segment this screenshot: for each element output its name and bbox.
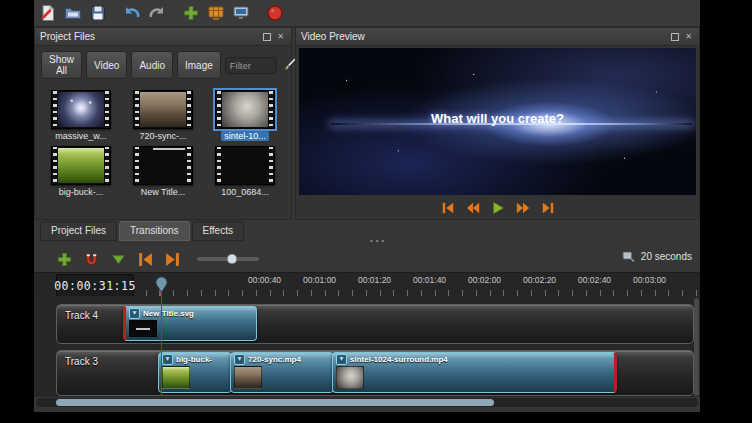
project-file-big-buck[interactable]: big-buck-... bbox=[43, 146, 119, 197]
save-project-button[interactable] bbox=[89, 4, 107, 22]
file-label: massive_w... bbox=[52, 131, 110, 141]
project-file-720-sync[interactable]: 720-sync-... bbox=[125, 90, 201, 141]
files-grid: massive_w...720-sync-...sintel-10...big-… bbox=[35, 84, 291, 219]
timeline-vertical-scrollbar[interactable] bbox=[694, 298, 699, 396]
open-project-button[interactable] bbox=[64, 4, 82, 22]
screen: Project Files ✕ Show AllVideoAudioImage … bbox=[0, 0, 752, 423]
file-thumbnail bbox=[133, 146, 193, 185]
jump-end-button[interactable] bbox=[540, 201, 556, 215]
clip-name-text: big-buck- bbox=[176, 355, 212, 364]
project-file-massive-w[interactable]: massive_w... bbox=[43, 90, 119, 141]
rewind-button[interactable] bbox=[465, 201, 481, 215]
timeline-horizontal-scrollbar[interactable] bbox=[36, 398, 698, 407]
splitter-handle[interactable]: ••• bbox=[370, 236, 387, 245]
clip-title: ▾720-sync.mp4 bbox=[231, 353, 333, 366]
dock-tabs: Project FilesTransitionsEffects bbox=[36, 220, 244, 241]
zoom-slider[interactable] bbox=[197, 257, 259, 261]
thumbnail-image bbox=[140, 92, 186, 127]
tab-project-files[interactable]: Project Files bbox=[40, 221, 117, 241]
clip-thumbnail bbox=[129, 320, 157, 337]
ruler-label: 00:02:20 bbox=[523, 275, 556, 285]
project-file-100-0684[interactable]: 100_0684... bbox=[207, 146, 283, 197]
close-preview-icon[interactable]: ✕ bbox=[683, 31, 694, 42]
filter-input[interactable] bbox=[225, 57, 277, 74]
filter-video-button[interactable]: Video bbox=[86, 51, 127, 79]
clip-thumbnail bbox=[234, 366, 262, 389]
track-row-track-3[interactable]: Track 3▾big-buck-▾720-sync.mp4▾sintel-10… bbox=[56, 350, 694, 396]
filter-image-button[interactable]: Image bbox=[177, 51, 221, 79]
timeline-toolbar bbox=[34, 246, 700, 272]
ruler-label: 00:01:00 bbox=[303, 275, 336, 285]
add-marker-button[interactable] bbox=[110, 251, 127, 268]
filter-show-all-button[interactable]: Show All bbox=[41, 51, 82, 79]
track-row-track-4[interactable]: Track 4▾New Title.svg bbox=[56, 304, 694, 344]
project-files-title: Project Files bbox=[40, 31, 258, 42]
thumbnail-image bbox=[58, 92, 104, 127]
clip-big-buck[interactable]: ▾big-buck- bbox=[158, 352, 232, 393]
undock-panel-icon[interactable] bbox=[261, 31, 272, 42]
file-label: 720-sync-... bbox=[136, 131, 189, 141]
clip-title: ▾sintel-1024-surround.mp4 bbox=[333, 353, 614, 366]
previous-marker-button[interactable] bbox=[137, 251, 154, 268]
clip-name-text: 720-sync.mp4 bbox=[248, 355, 301, 364]
close-panel-icon[interactable]: ✕ bbox=[275, 31, 286, 42]
snapping-toggle-button[interactable] bbox=[83, 251, 100, 268]
clip-thumbnail bbox=[336, 366, 364, 389]
clip-new-title-svg[interactable]: ▾New Title.svg bbox=[123, 306, 257, 341]
playhead-marker[interactable] bbox=[155, 276, 168, 293]
next-marker-button[interactable] bbox=[164, 251, 181, 268]
clip-thumbnail bbox=[162, 366, 190, 389]
clip-720-sync-mp4[interactable]: ▾720-sync.mp4 bbox=[230, 352, 334, 393]
fullscreen-button[interactable] bbox=[232, 4, 250, 22]
track-label: Track 4 bbox=[65, 310, 98, 321]
video-preview-panel: Video Preview ✕ What will you create? bbox=[295, 27, 700, 220]
clip-title: ▾New Title.svg bbox=[126, 307, 256, 320]
new-project-button[interactable] bbox=[39, 4, 57, 22]
timeline-tool-icons bbox=[56, 251, 181, 268]
jump-start-button[interactable] bbox=[440, 201, 456, 215]
import-files-button[interactable] bbox=[182, 4, 200, 22]
zoom-scale-label[interactable]: 20 seconds bbox=[641, 251, 692, 262]
project-files-header: Project Files ✕ bbox=[35, 28, 291, 46]
undock-preview-icon[interactable] bbox=[669, 31, 680, 42]
undo-button[interactable] bbox=[123, 4, 141, 22]
clip-menu-icon[interactable]: ▾ bbox=[129, 308, 140, 319]
filter-row: Show AllVideoAudioImage bbox=[35, 46, 291, 84]
project-file-sintel-10[interactable]: sintel-10... bbox=[207, 90, 283, 141]
zoom-scale-group: 20 seconds bbox=[621, 249, 692, 263]
scrollbar-thumb[interactable] bbox=[56, 399, 494, 406]
zoom-slider-handle[interactable] bbox=[226, 254, 237, 265]
filter-audio-button[interactable]: Audio bbox=[131, 51, 173, 79]
clip-menu-icon[interactable]: ▾ bbox=[336, 354, 347, 365]
tab-transitions[interactable]: Transitions bbox=[119, 221, 190, 241]
file-label: New Title... bbox=[138, 187, 189, 197]
video-canvas[interactable]: What will you create? bbox=[299, 48, 696, 195]
fast-forward-button[interactable] bbox=[515, 201, 531, 215]
clip-name-text: sintel-1024-surround.mp4 bbox=[350, 355, 448, 364]
file-label: 100_0684... bbox=[218, 187, 272, 197]
dock-area: Project Files ✕ Show AllVideoAudioImage … bbox=[34, 27, 700, 220]
ruler-label: 00:00:40 bbox=[248, 275, 281, 285]
clip-menu-icon[interactable]: ▾ bbox=[234, 354, 245, 365]
video-overlay-text: What will you create? bbox=[299, 111, 696, 126]
redo-button[interactable] bbox=[148, 4, 166, 22]
transport-controls bbox=[296, 197, 699, 219]
choose-profile-button[interactable] bbox=[207, 4, 225, 22]
ruler-label: 00:01:40 bbox=[413, 275, 446, 285]
play-button[interactable] bbox=[490, 201, 506, 215]
thumbnail-image bbox=[222, 92, 268, 127]
clip-sintel-1024-surround-mp4[interactable]: ▾sintel-1024-surround.mp4 bbox=[332, 352, 617, 393]
tab-effects[interactable]: Effects bbox=[192, 221, 244, 241]
file-thumbnail bbox=[215, 90, 275, 129]
file-label: sintel-10... bbox=[221, 131, 269, 141]
project-file-new-title[interactable]: New Title... bbox=[125, 146, 201, 197]
clip-title: ▾big-buck- bbox=[159, 353, 231, 366]
file-thumbnail bbox=[133, 90, 193, 129]
add-track-button[interactable] bbox=[56, 251, 73, 268]
file-thumbnail bbox=[51, 90, 111, 129]
export-video-button[interactable] bbox=[266, 4, 284, 22]
thumbnail-image bbox=[58, 148, 104, 183]
thumbnail-image bbox=[222, 148, 268, 183]
tracks-zone: Track 4▾New Title.svgTrack 3▾big-buck-▾7… bbox=[34, 296, 700, 397]
clip-menu-icon[interactable]: ▾ bbox=[162, 354, 173, 365]
